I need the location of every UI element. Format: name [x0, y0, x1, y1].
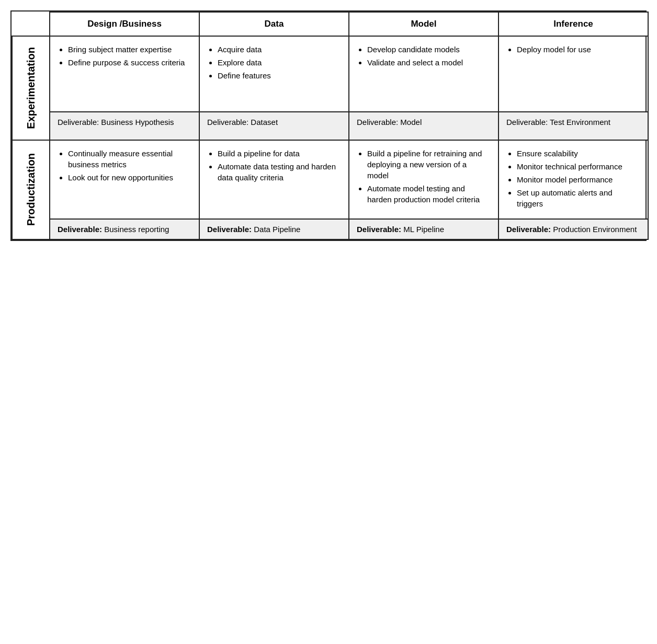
data-header: Data [199, 12, 349, 36]
list-item: Build a pipeline for data [218, 148, 340, 159]
experimentation-inference-cell: Deploy model for use [499, 36, 648, 112]
productization-content-row: Productization Continually measure essen… [12, 140, 648, 219]
column-headers: Design /Business Data Model Inference [12, 12, 648, 36]
experimentation-data-deliverable: Deliverable: Dataset [199, 112, 349, 140]
list-item: Monitor technical performance [517, 161, 639, 172]
experimentation-model-cell: Develop candidate models Validate and se… [349, 36, 499, 112]
design-business-header: Design /Business [50, 12, 199, 36]
list-item: Automate data testing and harden data qu… [218, 161, 340, 183]
list-item: Ensure scalability [517, 148, 639, 159]
model-header: Model [349, 12, 499, 36]
deliverable-label: Deliverable: [506, 225, 551, 234]
inference-header: Inference [499, 12, 648, 36]
list-item: Bring subject matter expertise [68, 44, 190, 55]
list-item: Set up automatic alerts and triggers [517, 187, 639, 209]
experimentation-design-cell: Bring subject matter expertise Define pu… [50, 36, 199, 112]
deliverable-label: Deliverable: [207, 225, 252, 234]
list-item: Define features [218, 70, 340, 81]
experimentation-model-list: Develop candidate models Validate and se… [358, 44, 490, 68]
productization-design-deliverable: Deliverable: Business reporting [50, 219, 199, 239]
list-item: Build a pipeline for retraining and depl… [367, 148, 490, 181]
deliverable-label: Deliverable: [58, 225, 102, 234]
list-item: Monitor model performance [517, 174, 639, 185]
deliverable-label: Deliverable: [357, 225, 401, 234]
productization-model-list: Build a pipeline for retraining and depl… [358, 148, 490, 205]
empty-header-cell [12, 12, 50, 36]
list-item: Define purpose & success criteria [68, 57, 190, 68]
productization-inference-cell: Ensure scalability Monitor technical per… [499, 140, 648, 219]
deliverable-value: Production Environment [551, 225, 637, 234]
productization-data-cell: Build a pipeline for data Automate data … [199, 140, 349, 219]
list-item: Develop candidate models [367, 44, 490, 55]
list-item: Automate model testing and harden produc… [367, 183, 490, 205]
experimentation-content-row: Experimentation Bring subject matter exp… [12, 36, 648, 112]
list-item: Explore data [218, 57, 340, 68]
experimentation-deliverable-row: Deliverable: Business Hypothesis Deliver… [12, 112, 648, 140]
list-item: Continually measure essential business m… [68, 148, 190, 170]
list-item: Acquire data [218, 44, 340, 55]
list-item: Deploy model for use [517, 44, 639, 55]
deliverable-value: Business reporting [102, 225, 169, 234]
productization-data-list: Build a pipeline for data Automate data … [208, 148, 340, 183]
productization-model-cell: Build a pipeline for retraining and depl… [349, 140, 499, 219]
productization-row-header: Productization [12, 140, 50, 239]
productization-model-deliverable: Deliverable: ML Pipeline [349, 219, 499, 239]
experimentation-data-list: Acquire data Explore data Define feature… [208, 44, 340, 81]
experimentation-data-cell: Acquire data Explore data Define feature… [199, 36, 349, 112]
productization-inference-deliverable: Deliverable: Production Environment [499, 219, 648, 239]
experimentation-design-deliverable: Deliverable: Business Hypothesis [50, 112, 199, 140]
productization-deliverable-row: Deliverable: Business reporting Delivera… [12, 219, 648, 239]
productization-inference-list: Ensure scalability Monitor technical per… [507, 148, 639, 209]
list-item: Look out for new opportunities [68, 172, 190, 183]
productization-data-deliverable: Deliverable: Data Pipeline [199, 219, 349, 239]
experimentation-inference-list: Deploy model for use [507, 44, 639, 55]
deliverable-value: ML Pipeline [401, 225, 444, 234]
experimentation-design-list: Bring subject matter expertise Define pu… [59, 44, 190, 68]
experimentation-model-deliverable: Deliverable: Model [349, 112, 499, 140]
list-item: Validate and select a model [367, 57, 490, 68]
productization-design-cell: Continually measure essential business m… [50, 140, 199, 219]
deliverable-value: Data Pipeline [252, 225, 300, 234]
main-table-wrapper: Design /Business Data Model Inference Ex… [10, 10, 647, 241]
experimentation-row-header: Experimentation [12, 36, 50, 140]
productization-design-list: Continually measure essential business m… [59, 148, 190, 183]
experimentation-inference-deliverable: Deliverable: Test Environment [499, 112, 648, 140]
